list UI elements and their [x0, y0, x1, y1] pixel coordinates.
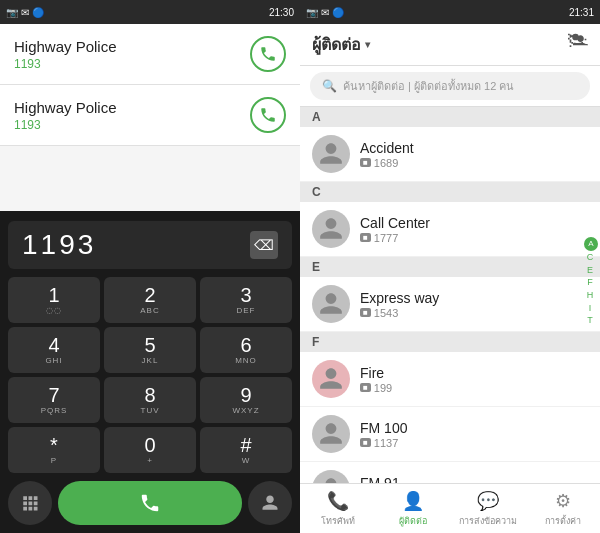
left-panel: 📷 ✉ 🔵 21:30 Highway Police 1193 Highway … [0, 0, 300, 533]
contact-number-fire: ■ 199 [360, 382, 392, 394]
nav-settings[interactable]: ⚙ การตั้งค่า [525, 484, 600, 533]
contacts-list: A Accident ■ 1689 C [300, 107, 600, 483]
search-input-box[interactable]: 🔍 ค้นหาผู้ติดต่อ | ผู้ติดต่อทั้งหมด 12 ค… [310, 72, 590, 100]
settings-nav-icon: ⚙ [555, 490, 571, 512]
svg-rect-6 [23, 507, 27, 511]
contact-accident[interactable]: Accident ■ 1689 [300, 127, 600, 182]
dial-key-9[interactable]: 9 WXYZ [200, 377, 292, 423]
contact-name-fire: Fire [360, 365, 392, 381]
search-icon: 🔍 [322, 79, 337, 93]
avatar-expressway [312, 285, 350, 323]
svg-rect-7 [29, 507, 33, 511]
avatar-fire [312, 360, 350, 398]
dialpad-display: 1193 ⌫ [8, 221, 292, 269]
dial-key-0[interactable]: 0 + [104, 427, 196, 473]
status-bar-right: 📷 ✉ 🔵 21:31 [300, 0, 600, 24]
avatar-fm91 [312, 470, 350, 483]
dial-key-7[interactable]: 7 PQRS [8, 377, 100, 423]
svg-rect-8 [34, 507, 38, 511]
contact-callcenter[interactable]: Call Center ■ 1777 [300, 202, 600, 257]
alpha-i[interactable]: I [584, 303, 596, 315]
contact-number-accident: ■ 1689 [360, 157, 414, 169]
nav-contacts-label: ผู้ติดต่อ [399, 514, 427, 528]
person-icon-c [318, 216, 344, 242]
nav-phone-label: โทรศัพท์ [321, 514, 355, 528]
nav-contacts[interactable]: 👤 ผู้ติดต่อ [375, 484, 450, 533]
person-icon-fm91 [318, 476, 344, 483]
section-header-c: C [300, 182, 600, 202]
alpha-t[interactable]: T [584, 315, 596, 327]
nav-phone[interactable]: 📞 โทรศัพท์ [300, 484, 375, 533]
contact-fm100[interactable]: FM 100 ■ 1137 [300, 407, 600, 462]
dial-key-1[interactable]: 1 ◌◌ [8, 277, 100, 323]
messages-nav-icon: 💬 [477, 490, 499, 512]
time-left: 21:30 [269, 7, 294, 18]
bottom-nav: 📞 โทรศัพท์ 👤 ผู้ติดต่อ 💬 การส่งข้อความ ⚙… [300, 483, 600, 533]
dial-key-2[interactable]: 2 ABC [104, 277, 196, 323]
contacts-title-text: ผู้ติดต่อ [312, 32, 361, 57]
contacts-nav-icon: 👤 [402, 490, 424, 512]
contact-name-fm100: FM 100 [360, 420, 407, 436]
alpha-e[interactable]: E [584, 265, 596, 277]
sim-badge-c: ■ [360, 233, 371, 242]
svg-rect-5 [34, 502, 38, 506]
nav-messages[interactable]: 💬 การส่งข้อความ [450, 484, 525, 533]
phone-nav-icon: 📞 [327, 490, 349, 512]
contact-number-expressway: ■ 1543 [360, 307, 439, 319]
call-dial-icon [139, 492, 161, 514]
dial-key-3[interactable]: 3 DEF [200, 277, 292, 323]
contacts-container: A Accident ■ 1689 C [300, 107, 600, 483]
add-contact-icon[interactable] [568, 32, 588, 57]
sim-badge: ■ [360, 158, 371, 167]
contact-number-callcenter: ■ 1777 [360, 232, 430, 244]
call-number-1: 1193 [14, 57, 117, 71]
contact-name-callcenter: Call Center [360, 215, 430, 231]
contact-expressway[interactable]: Express way ■ 1543 [300, 277, 600, 332]
dial-key-hash[interactable]: # W [200, 427, 292, 473]
phone-icon-2 [259, 106, 277, 124]
call-action-btn-1[interactable] [250, 36, 286, 72]
sim-badge-e: ■ [360, 308, 371, 317]
section-header-a: A [300, 107, 600, 127]
contact-name-fm91: FM 91 [360, 475, 400, 484]
contacts-title[interactable]: ผู้ติดต่อ ▾ [312, 32, 370, 57]
dial-key-8[interactable]: 8 TUV [104, 377, 196, 423]
dialpad-grid-button[interactable] [8, 481, 52, 525]
call-list: Highway Police 1193 Highway Police 1193 [0, 24, 300, 211]
call-dial-button[interactable] [58, 481, 242, 525]
call-name-1: Highway Police [14, 38, 117, 55]
call-item-1[interactable]: Highway Police 1193 [0, 24, 300, 85]
notification-icons-right: 📷 ✉ 🔵 [306, 7, 344, 18]
person-icon-fm100 [318, 421, 344, 447]
status-icons-right: 📷 ✉ 🔵 [306, 7, 344, 18]
sim-badge-fm100: ■ [360, 438, 371, 447]
person-icon-e [318, 291, 344, 317]
contact-fire[interactable]: Fire ■ 199 [300, 352, 600, 407]
alpha-a[interactable]: A [584, 237, 598, 251]
svg-rect-0 [23, 496, 27, 500]
grid-icon [21, 494, 39, 512]
section-header-f: F [300, 332, 600, 352]
dial-key-star[interactable]: * P [8, 427, 100, 473]
svg-rect-2 [34, 496, 38, 500]
dial-key-6[interactable]: 6 MNO [200, 327, 292, 373]
dialpad-contact-button[interactable] [248, 481, 292, 525]
backspace-button[interactable]: ⌫ [250, 231, 278, 259]
status-icons-left: 📷 ✉ 🔵 [6, 7, 44, 18]
dial-key-5[interactable]: 5 JKL [104, 327, 196, 373]
notification-icons: 📷 ✉ 🔵 [6, 7, 44, 18]
time-right: 21:31 [569, 7, 594, 18]
contact-fm91[interactable]: FM 91 ■ 1664 [300, 462, 600, 483]
alpha-index: A C E F H I T [584, 237, 598, 327]
nav-messages-label: การส่งข้อความ [459, 514, 517, 528]
alpha-h[interactable]: H [584, 290, 596, 302]
alpha-c[interactable]: C [584, 252, 596, 264]
call-number-2: 1193 [14, 118, 117, 132]
call-item-2[interactable]: Highway Police 1193 [0, 85, 300, 146]
call-action-btn-2[interactable] [250, 97, 286, 133]
alpha-f[interactable]: F [584, 277, 596, 289]
section-header-e: E [300, 257, 600, 277]
nav-settings-label: การตั้งค่า [545, 514, 581, 528]
contact-icon [261, 494, 279, 512]
dial-key-4[interactable]: 4 GHI [8, 327, 100, 373]
